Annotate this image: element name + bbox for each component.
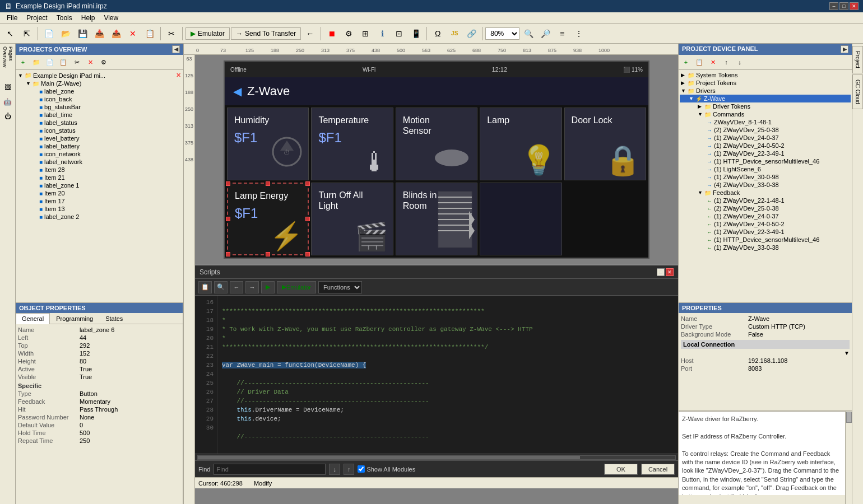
menu-help[interactable]: Help	[77, 13, 100, 23]
tree-item-label-status[interactable]: ■ label_status	[17, 119, 182, 127]
proj-settings-btn[interactable]: ⚙	[98, 56, 110, 68]
handle-tr[interactable]	[305, 181, 310, 186]
project-tab[interactable]: Project	[852, 46, 863, 73]
gc-cloud-tab[interactable]: GC Cloud	[852, 74, 863, 109]
emulator-scripts-btn[interactable]: ▶ Emulator	[277, 281, 316, 293]
tree-item-item13[interactable]: ■ Item 13	[17, 205, 182, 213]
scrollbar-thumb[interactable]	[198, 456, 580, 459]
tree-fb-5[interactable]: ← (1) ZWayVDev_22-3-49-1	[680, 228, 851, 236]
tree-item-label-zone1[interactable]: ■ label_zone 1	[17, 181, 182, 189]
tree-item-level-battery[interactable]: ■ level_battery	[17, 134, 182, 142]
find-down-btn[interactable]: ↓	[329, 464, 340, 475]
tile-turn-off-light[interactable]: Turn Off AllLight 🎬	[311, 183, 393, 255]
connection-expand[interactable]: ▼	[681, 350, 850, 356]
sidebar-android-icon[interactable]: 🤖	[1, 95, 15, 109]
tile-temperature[interactable]: Temperature $F1 🌡	[311, 108, 393, 180]
select-tool-button[interactable]: ↖	[2, 26, 18, 41]
scripts-close-button[interactable]: ✕	[666, 268, 674, 276]
maximize-button[interactable]: □	[839, 2, 848, 10]
tree-driver-tokens[interactable]: ▶ 📁 Driver Tokens	[680, 102, 851, 110]
tile-blinds[interactable]: Blinds inRoom	[396, 183, 477, 255]
tree-item-icon-status[interactable]: ■ icon_status	[17, 127, 182, 134]
proj-tb-btn5[interactable]: ✂	[71, 56, 83, 68]
scrollbar-thumb-help[interactable]	[846, 412, 852, 423]
tree-item-main[interactable]: ▼ 📁 Main (Z-Wave)	[17, 80, 182, 87]
canvas-area[interactable]: Offline Wi-Fi 12:12 ⬛ 11% ◀ Z-Wave	[195, 55, 678, 504]
scripts-maximize-button[interactable]: □	[657, 268, 665, 276]
tree-project-tokens[interactable]: ▶ 📁 Project Tokens	[680, 79, 851, 87]
tree-item-item21[interactable]: ■ Item 21	[17, 174, 182, 181]
export-button[interactable]: 📤	[108, 26, 124, 41]
tree-drivers[interactable]: ▼ 📁 Drivers	[680, 87, 851, 95]
tree-cmd-4[interactable]: → (1) ZWayVDev_24-0-50-2	[680, 142, 851, 150]
upload-driver-btn[interactable]: ↑	[720, 56, 732, 68]
import-button[interactable]: 📥	[91, 26, 107, 41]
handle-mr[interactable]	[305, 217, 310, 221]
selection-button[interactable]: ⊡	[391, 26, 407, 41]
tree-item-label-network[interactable]: ■ label_network	[17, 158, 182, 166]
tree-item-item17[interactable]: ■ Item 17	[17, 197, 182, 205]
tree-cmd-7[interactable]: → (1) LightScene_6	[680, 165, 851, 173]
tree-item-item28[interactable]: ■ Item 28	[17, 166, 182, 174]
tree-zwave[interactable]: ▼ ⚡ Z-Wave	[680, 95, 851, 102]
grid-button[interactable]: ⊞	[358, 26, 373, 41]
tree-item-icon-back[interactable]: ■ icon_back	[17, 95, 182, 103]
download-driver-btn[interactable]: ↓	[734, 56, 746, 68]
copy-driver-btn[interactable]: 📋	[693, 56, 706, 68]
new-button[interactable]: 📄	[41, 26, 57, 41]
handle-tl[interactable]	[226, 181, 230, 186]
tab-programming[interactable]: Programming	[50, 313, 99, 324]
find-up-btn[interactable]: ↑	[344, 464, 355, 475]
extra-button[interactable]: ⋮	[571, 26, 587, 41]
proj-delete-btn[interactable]: ✕	[84, 56, 96, 68]
delete-driver-btn[interactable]: ✕	[707, 56, 719, 68]
omega-button[interactable]: Ω	[430, 26, 446, 41]
close-button[interactable]: ✕	[850, 2, 859, 10]
projects-options-button[interactable]: ◀	[172, 45, 180, 53]
proj-tb-btn3[interactable]: 📄	[44, 56, 56, 68]
tree-cmd-6[interactable]: → (1) HTTP_Device_sensorMultilevel_46	[680, 157, 851, 165]
handle-ml[interactable]	[226, 217, 230, 221]
tree-commands[interactable]: ▼ 📁 Commands	[680, 110, 851, 118]
settings-button[interactable]: ⚙	[341, 26, 356, 41]
emulator-button[interactable]: ▶ Emulator	[185, 27, 230, 40]
tile-doorlock[interactable]: Door Lock 🔒	[564, 108, 646, 180]
tile-lamp-energy[interactable]: Lamp Energy $F1 ⚡	[227, 183, 309, 255]
handle-br[interactable]	[305, 252, 310, 256]
show-modules-label[interactable]: Show All Modules	[358, 465, 415, 473]
proj-tb-btn2[interactable]: 📁	[30, 56, 43, 68]
tree-fb-6[interactable]: ← (1) HTTP_Device_sensorMultilevel_46	[680, 236, 851, 244]
stop-button[interactable]: ⏹	[324, 26, 340, 41]
back-button[interactable]: ←	[302, 26, 318, 41]
tree-item-bg-statusbar[interactable]: ■ bg_statusBar	[17, 103, 182, 111]
tree-fb-3[interactable]: ← (1) ZWayVDev_24-0-37	[680, 212, 851, 220]
cut-button[interactable]: ✂	[164, 26, 179, 41]
help-scrollbar[interactable]	[845, 411, 852, 504]
tree-cmd-8[interactable]: → (1) ZWayVDev_30-0-98	[680, 173, 851, 181]
scripts-search-btn[interactable]: 🔍	[214, 281, 228, 293]
tree-cmd-2[interactable]: → (2) ZWayVDev_25-0-38	[680, 126, 851, 134]
sidebar-power-icon[interactable]: ⏻	[1, 110, 15, 123]
tree-feedback[interactable]: ▼ 📁 Feedback	[680, 189, 851, 197]
sidebar-gallery-icon[interactable]: 🖼	[1, 81, 15, 94]
tree-item-label-battery[interactable]: ■ label_battery	[17, 142, 182, 150]
tree-system-tokens[interactable]: ▶ 📁 System Tokens	[680, 71, 851, 79]
menu-view[interactable]: View	[99, 13, 123, 23]
menu-file[interactable]: File	[2, 13, 22, 23]
minimize-button[interactable]: –	[829, 2, 838, 10]
tab-states[interactable]: States	[99, 313, 129, 324]
tree-item-label-zone2[interactable]: ■ label_zone 2	[17, 213, 182, 221]
new-proj-button[interactable]: +	[17, 56, 29, 68]
copy-button[interactable]: 📋	[142, 26, 157, 41]
close-icon[interactable]: ✕	[176, 72, 181, 79]
scrollbar-track[interactable]	[197, 455, 676, 460]
handle-tm[interactable]	[266, 181, 270, 186]
scripts-scrollbar[interactable]	[195, 454, 678, 460]
zoom-select[interactable]: 50% 75% 80% 100% 125%	[485, 27, 519, 40]
tree-item-icon-network[interactable]: ■ icon_network	[17, 150, 182, 158]
link-button[interactable]: 🔗	[463, 26, 479, 41]
tree-item-label-zone[interactable]: ■ label_zone	[17, 87, 182, 95]
sidebar-pages-icon[interactable]: Pages Overview	[1, 46, 15, 80]
tile-motion[interactable]: MotionSensor	[396, 108, 477, 180]
more-button[interactable]: ≡	[554, 26, 570, 41]
